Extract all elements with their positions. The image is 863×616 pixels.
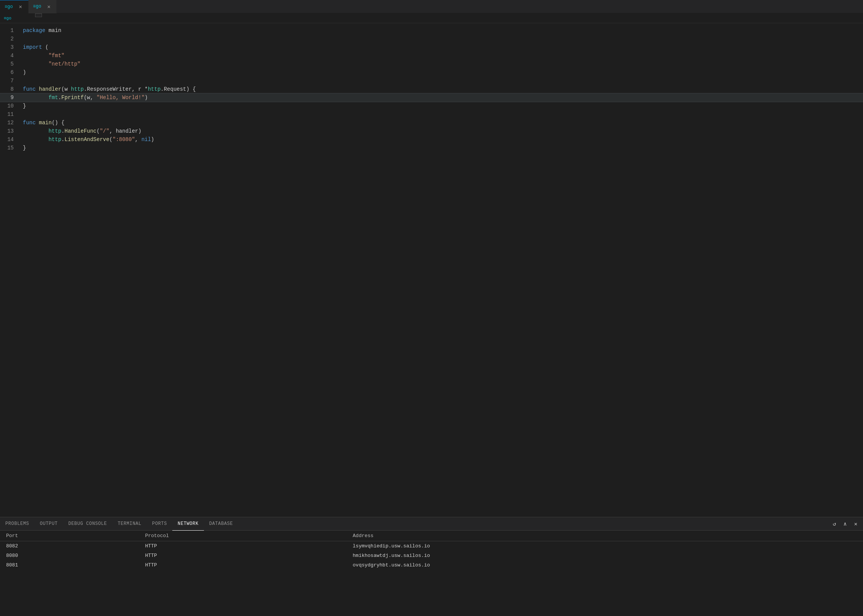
panel-tab-terminal[interactable]: TERMINAL [112,517,147,531]
line-number-4: 4 [0,51,21,60]
line-content-3: import ( [21,43,863,51]
network-row-0[interactable]: 8082HTTPlsymvqhiedip.usw.sailos.io [0,541,863,551]
line-content-10: } [21,102,863,110]
line-content-9: fmt.Fprintf(w, "Hello, World!") [21,93,863,102]
panel-tab-output[interactable]: OUTPUT [34,517,63,531]
network-port-2: 8081 [0,560,139,570]
line-number-12: 12 [0,119,21,127]
network-port-1: 8080 [0,551,139,560]
line-number-13: 13 [0,127,21,135]
go-icon-main: ≡go [33,4,42,9]
line-number-15: 15 [0,144,21,152]
network-address-2: ovqsydgryhbt.usw.sailos.io [346,560,863,570]
line-content-7 [21,77,863,85]
code-line-2: 2 [0,35,863,43]
line-content-12: func main() { [21,119,863,127]
tab-bar: ≡go ✕ ≡go ✕ [0,0,863,13]
network-col-protocol: Protocol [139,531,347,541]
line-content-14: http.ListenAndServe(":8080", nil) [21,135,863,144]
line-number-9: 9 [0,93,21,102]
network-table-header: PortProtocolAddress [0,531,863,541]
network-row-1[interactable]: 8080HTTPhmikhosawtdj.usw.sailos.io [0,551,863,560]
network-protocol-2: HTTP [139,560,347,570]
line-content-8: func handler(w http.ResponseWriter, r *h… [21,85,863,93]
line-number-7: 7 [0,77,21,85]
line-content-4: "fmt" [21,51,863,60]
code-line-8: 8func handler(w http.ResponseWriter, r *… [0,85,863,93]
line-number-6: 6 [0,68,21,77]
network-protocol-1: HTTP [139,551,347,560]
line-content-11 [21,110,863,119]
network-address-0: lsymvqhiedip.usw.sailos.io [346,541,863,551]
code-line-11: 11 [0,110,863,119]
tab-welcome-close[interactable]: ✕ [18,4,24,10]
network-table: PortProtocolAddress 8082HTTPlsymvqhiedip… [0,531,863,616]
network-address-1: hmikhosawtdj.usw.sailos.io [346,551,863,560]
tab-welcome[interactable]: ≡go ✕ [0,0,29,13]
tab-main-go-close[interactable]: ✕ [46,3,52,10]
code-container: 1package main2 3import (4 "fmt"5 "net/ht… [0,23,863,155]
network-col-port: Port [0,531,139,541]
line-number-2: 2 [0,35,21,43]
editor-area[interactable]: 1package main2 3import (4 "fmt"5 "net/ht… [0,23,863,517]
line-content-13: http.HandleFunc("/", handler) [21,127,863,135]
code-line-6: 6) [0,68,863,77]
panel-tab-problems[interactable]: PROBLEMS [0,517,34,531]
line-content-6: ) [21,68,863,77]
line-content-15: } [21,144,863,152]
panel-tab-ports[interactable]: PORTS [147,517,172,531]
breadcrumb: ≡go [0,13,863,23]
go-icon-welcome: ≡go [5,4,13,10]
code-line-14: 14 http.ListenAndServe(":8080", nil) [0,135,863,144]
network-table-body: 8082HTTPlsymvqhiedip.usw.sailos.io8080HT… [0,541,863,570]
network-protocol-0: HTTP [139,541,347,551]
line-number-3: 3 [0,43,21,51]
code-line-4: 4 "fmt" [0,51,863,60]
line-number-14: 14 [0,135,21,144]
code-line-15: 15} [0,144,863,152]
code-line-1: 1package main [0,26,863,35]
panel-close-button[interactable]: ✕ [852,520,860,528]
code-line-10: 10} [0,102,863,110]
panel-refresh-button[interactable]: ↺ [830,520,839,528]
network-row-2[interactable]: 8081HTTPovqsydgryhbt.usw.sailos.io [0,560,863,570]
line-number-10: 10 [0,102,21,110]
panel-area: PROBLEMSOUTPUTDEBUG CONSOLETERMINALPORTS… [0,517,863,616]
code-line-9: 9 fmt.Fprintf(w, "Hello, World!") [0,93,863,102]
code-line-7: 7 [0,77,863,85]
panel-tabs: PROBLEMSOUTPUTDEBUG CONSOLETERMINALPORTS… [0,517,863,531]
network-port-0: 8082 [0,541,139,551]
network-col-address: Address [346,531,863,541]
line-number-8: 8 [0,85,21,93]
tab-main-go[interactable]: ≡go ✕ [29,0,57,13]
welcome-tooltip [35,13,42,17]
panel-tab-debug-console[interactable]: DEBUG CONSOLE [63,517,112,531]
panel-collapse-button[interactable]: ∧ [841,520,849,528]
panel-tab-actions: ↺∧✕ [830,520,863,528]
line-number-1: 1 [0,26,21,35]
line-content-2 [21,35,863,43]
code-line-3: 3import ( [0,43,863,51]
line-content-5: "net/http" [21,60,863,68]
line-number-11: 11 [0,110,21,119]
breadcrumb-go-icon: ≡go [4,16,11,21]
panel-tab-network[interactable]: NETWORK [172,517,204,531]
code-line-13: 13 http.HandleFunc("/", handler) [0,127,863,135]
line-content-1: package main [21,26,863,35]
panel-tab-database[interactable]: DATABASE [204,517,238,531]
line-number-5: 5 [0,60,21,68]
code-line-5: 5 "net/http" [0,60,863,68]
code-line-12: 12func main() { [0,119,863,127]
